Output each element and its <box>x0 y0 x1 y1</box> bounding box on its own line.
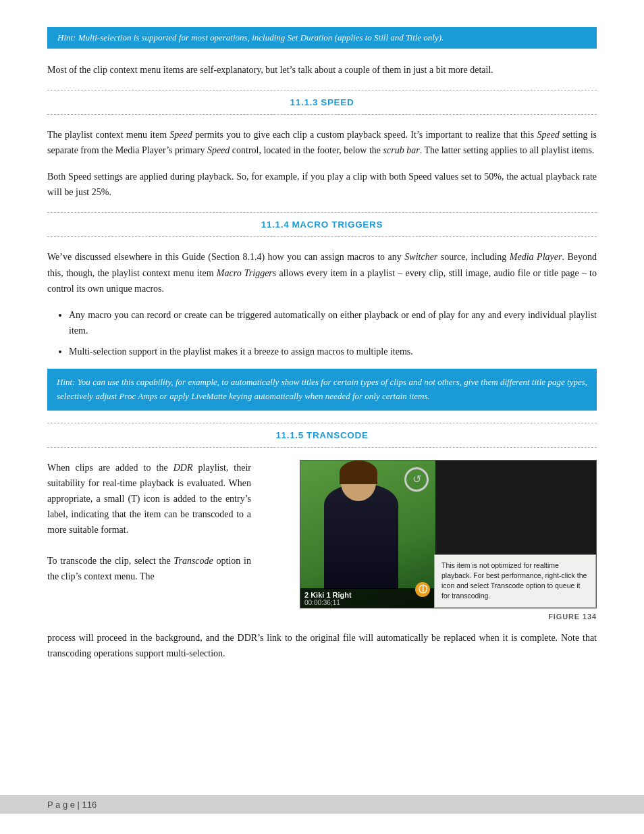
speed-italic-1: Speed <box>169 130 192 140</box>
macro-paragraph-1: We’ve discussed elsewhere in this Guide … <box>47 249 597 296</box>
macro-italic-switcher: Switcher <box>404 252 437 262</box>
figure-134-image: ↺ 2 Kiki 1 Right 00:00:36;11 ⓘ This item… <box>300 460 597 608</box>
speed-italic-3: Speed <box>207 145 230 155</box>
video-title: 2 Kiki 1 Right <box>304 591 431 599</box>
bullet-item-2: Multi-selection support in the playlist … <box>69 344 597 359</box>
bullet-item-1: Any macro you can record or create can b… <box>69 307 597 338</box>
person-hair <box>340 461 377 484</box>
heading-transcode-number: 11.1.5 <box>275 430 304 440</box>
video-panel: ↺ 2 Kiki 1 Right 00:00:36;11 ⓘ <box>300 461 435 608</box>
divider-speed-top <box>47 90 597 90</box>
macro-italic-mediaplayer: Media Player <box>510 252 562 262</box>
transcode-image-area: ↺ 2 Kiki 1 Right 00:00:36;11 ⓘ This item… <box>263 460 597 621</box>
speed-paragraph-1: The playlist context menu item Speed per… <box>47 127 597 158</box>
heading-transcode: 11.1.5 TRANSCODE <box>47 426 597 444</box>
macro-italic-triggers: Macro Triggers <box>217 268 276 278</box>
transcode-p1: When clips are added to the DDR playlist… <box>47 460 251 538</box>
heading-macro-number: 11.1.4 <box>261 219 290 230</box>
speed-paragraph-2: Both Speed settings are applied during p… <box>47 169 597 200</box>
heading-speed-number: 11.1.3 <box>290 97 319 107</box>
tooltip-box: This item is not optimized for realtime … <box>434 554 596 608</box>
figure-caption: FIGURE 134 <box>300 613 597 621</box>
speed-italic-4: scrub bar <box>383 145 420 155</box>
divider-macro-bottom <box>47 236 597 237</box>
heading-macro-label: MACRO TRIGGERS <box>292 219 383 230</box>
warning-icon: ⓘ <box>415 582 430 597</box>
page-footer: P a g e | 116 <box>0 795 644 814</box>
divider-macro-top <box>47 212 597 213</box>
divider-transcode-bottom <box>47 447 597 448</box>
transcode-p2: To transcode the clip, select the Transc… <box>47 553 251 584</box>
transcode-text-left: When clips are added to the DDR playlist… <box>47 460 263 585</box>
heading-transcode-label: TRANSCODE <box>306 430 369 440</box>
macro-bullet-list: Any macro you can record or create can b… <box>69 307 597 359</box>
heading-speed: 11.1.3 SPEED <box>47 93 597 111</box>
divider-speed-bottom <box>47 114 597 115</box>
heading-macro: 11.1.4 MACRO TRIGGERS <box>47 215 597 234</box>
transcode-section: When clips are added to the DDR playlist… <box>47 460 597 621</box>
transcode-italic-option: Transcode <box>173 556 213 566</box>
divider-transcode-top <box>47 423 597 423</box>
page-number: P a g e | 116 <box>47 800 97 810</box>
hint-box-1: Hint: Multi-selection is supported for m… <box>47 27 597 49</box>
transcode-italic-ddr: DDR <box>173 463 193 473</box>
transcode-p3: process will proceed in the background, … <box>47 630 597 661</box>
video-circular-icon: ↺ <box>404 467 429 492</box>
intro-paragraph: Most of the clip context menu items are … <box>47 62 597 78</box>
hint-box-2: Hint: You can use this capability, for e… <box>47 369 597 411</box>
speed-italic-2: Speed <box>537 130 559 140</box>
heading-speed-label: SPEED <box>321 97 354 107</box>
video-time: 00:00:36;11 <box>304 599 431 606</box>
